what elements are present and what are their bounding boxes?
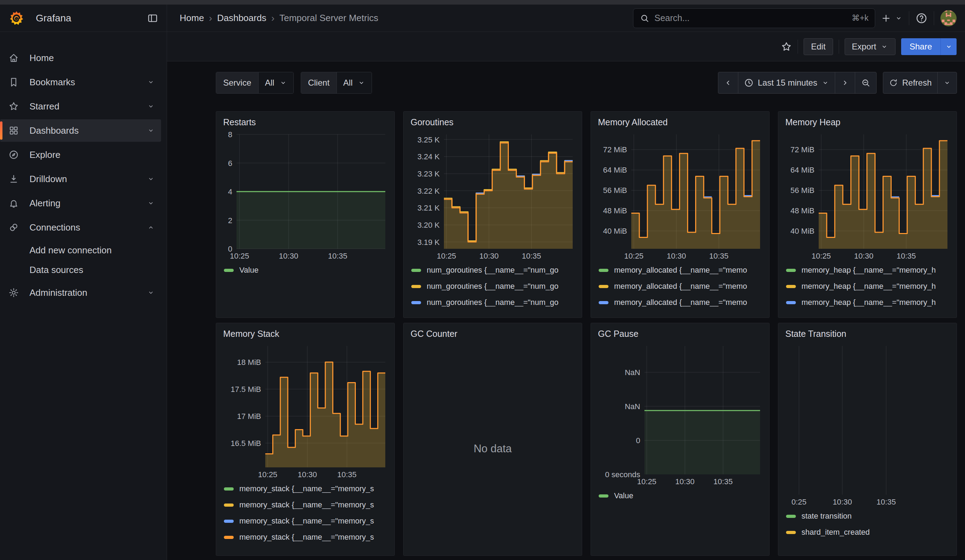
svg-text:NaN: NaN: [625, 402, 640, 411]
chevron-down-icon[interactable]: [147, 103, 155, 110]
gear-icon: [8, 287, 19, 298]
add-icon[interactable]: [881, 13, 891, 23]
panel-title[interactable]: GC Pause: [591, 323, 769, 342]
sidebar-item-explore[interactable]: Explore: [0, 144, 161, 166]
svg-text:10:30: 10:30: [279, 251, 298, 260]
legend-item[interactable]: memory_allocated {__name__="memo: [599, 310, 762, 314]
time-back-button[interactable]: [718, 72, 738, 93]
help-icon[interactable]: [916, 12, 927, 24]
sidebar-item-connections[interactable]: Connections: [0, 216, 161, 238]
edit-button[interactable]: Edit: [803, 38, 833, 55]
sidebar-item-drilldown[interactable]: Drilldown: [0, 168, 161, 190]
bookmark-icon: [8, 77, 19, 87]
time-range-picker[interactable]: Last 15 minutes: [738, 72, 835, 93]
chevron-down-icon[interactable]: [147, 175, 155, 183]
legend-label: memory_heap {__name__="memory_h: [801, 282, 936, 291]
header-actions: [881, 10, 957, 26]
export-button[interactable]: Export: [845, 38, 896, 55]
panel-title[interactable]: Memory Allocated: [591, 112, 769, 130]
sidebar-item-data-sources[interactable]: Data sources: [0, 260, 167, 280]
search-input[interactable]: [654, 13, 847, 23]
legend-item[interactable]: num_goroutines {__name__="num_go: [411, 262, 574, 278]
legend-swatch: [599, 301, 608, 304]
legend-item[interactable]: shard_item_created: [786, 524, 949, 540]
sidebar-item-starred[interactable]: Starred: [0, 95, 161, 118]
legend-item[interactable]: memory_heap {__name__="memory_h: [786, 262, 949, 278]
svg-text:2: 2: [228, 216, 232, 225]
legend-swatch: [224, 487, 234, 491]
panel-title[interactable]: GC Counter: [404, 323, 582, 342]
app-name: Grafana: [36, 13, 71, 24]
share-button[interactable]: Share: [901, 38, 940, 55]
legend-item[interactable]: num_goroutines {__name__="num_go: [411, 294, 574, 310]
sidebar-item-label: Bookmarks: [29, 77, 136, 88]
panel-title[interactable]: Memory Heap: [778, 112, 957, 130]
chart-flat-line-frac[interactable]: 10:2510:3010:35NaNNaN00 seconds: [598, 342, 763, 486]
legend-item[interactable]: Value: [599, 488, 762, 504]
star-icon: [8, 101, 19, 112]
legend-item[interactable]: memory_heap {__name__="memory_h: [786, 310, 949, 314]
panel-title[interactable]: State Transition: [778, 323, 957, 342]
chart-area-steps[interactable]: 10:2510:3010:3540 MiB48 MiB56 MiB64 MiB7…: [785, 130, 950, 261]
legend-item[interactable]: memory_heap {__name__="memory_h: [786, 278, 949, 294]
sidebar-toggle-icon[interactable]: [147, 13, 158, 24]
sidebar-item-administration[interactable]: Administration: [0, 281, 161, 304]
panel-title[interactable]: Restarts: [216, 112, 394, 130]
legend-label: memory_stack {__name__="memory_s: [239, 484, 374, 493]
chart-area-steps[interactable]: 10:2510:3010:3540 MiB48 MiB56 MiB64 MiB7…: [598, 130, 763, 261]
breadcrumb-home[interactable]: Home: [180, 13, 204, 23]
clock-icon: [744, 78, 754, 88]
chevron-down-icon: [943, 79, 951, 87]
legend-item[interactable]: memory_stack {__name__="memory_s: [224, 497, 387, 513]
chevron-down-icon[interactable]: [147, 289, 155, 297]
legend-item[interactable]: Value: [224, 262, 387, 278]
bell-icon: [8, 198, 19, 208]
chevron-down-icon[interactable]: [147, 199, 155, 207]
panel-memory-allocated: Memory Allocated10:2510:3010:3540 MiB48 …: [590, 111, 770, 318]
sidebar-item-add-new-connection[interactable]: Add new connection: [0, 240, 167, 260]
chevron-right-icon: [841, 78, 849, 87]
legend-item[interactable]: num_goroutines {__name__="num_go: [411, 310, 574, 314]
chart-area-steps[interactable]: 10:2510:3010:3502468: [223, 130, 388, 261]
variable-value-dropdown[interactable]: All: [258, 72, 293, 93]
sidebar-item-home[interactable]: Home: [0, 47, 161, 69]
search-input-box[interactable]: ⌘+k: [633, 8, 875, 28]
chart-empty-grid[interactable]: 0:2510:3010:35: [785, 342, 950, 507]
sidebar-item-dashboards[interactable]: Dashboards: [0, 119, 161, 142]
panel-title[interactable]: Goroutines: [404, 112, 582, 130]
legend-item[interactable]: num_goroutines {__name__="num_go: [411, 278, 574, 294]
sidebar-item-bookmarks[interactable]: Bookmarks: [0, 71, 161, 93]
legend-item[interactable]: memory_allocated {__name__="memo: [599, 294, 762, 310]
legend-item[interactable]: memory_heap {__name__="memory_h: [786, 294, 949, 310]
share-chevron-button[interactable]: [940, 38, 957, 55]
refresh-interval-chevron[interactable]: [937, 72, 957, 93]
refresh-button[interactable]: Refresh: [883, 72, 937, 93]
sidebar-item-alerting[interactable]: Alerting: [0, 192, 161, 214]
chevron-down-icon[interactable]: [147, 78, 155, 86]
svg-text:56 MiB: 56 MiB: [791, 186, 815, 195]
svg-text:3.25 K: 3.25 K: [417, 136, 440, 144]
avatar[interactable]: [940, 10, 957, 26]
zoom-out-button[interactable]: [855, 72, 876, 93]
star-dashboard-icon[interactable]: [781, 41, 792, 52]
chart-area-steps[interactable]: 10:2510:3010:353.19 K3.20 K3.21 K3.22 K3…: [411, 130, 576, 261]
time-forward-button[interactable]: [835, 72, 855, 93]
legend-label: memory_allocated {__name__="memo: [614, 298, 747, 307]
chevron-down-icon[interactable]: [147, 127, 155, 134]
legend-item[interactable]: memory_stack {__name__="memory_s: [224, 529, 387, 545]
legend-item[interactable]: memory_stack {__name__="memory_s: [224, 513, 387, 529]
legend-item[interactable]: memory_allocated {__name__="memo: [599, 278, 762, 294]
variable-value-dropdown[interactable]: All: [337, 72, 371, 93]
legend-item[interactable]: memory_stack {__name__="memory_s: [224, 481, 387, 497]
dashboard-area: ServiceAllClientAll Last 15 minutes: [167, 61, 965, 560]
chart-area-steps[interactable]: 10:2510:3010:3516.5 MiB17 MiB17.5 MiB18 …: [223, 342, 388, 479]
legend-label: num_goroutines {__name__="num_go: [427, 298, 558, 307]
panel-title[interactable]: Memory Stack: [216, 323, 394, 342]
add-chevron-down-icon[interactable]: [895, 15, 903, 22]
legend-swatch: [411, 301, 421, 304]
chevron-up-icon[interactable]: [147, 224, 155, 231]
svg-text:3.20 K: 3.20 K: [417, 221, 440, 230]
legend-item[interactable]: state transition: [786, 508, 949, 524]
legend-item[interactable]: memory_allocated {__name__="memo: [599, 262, 762, 278]
breadcrumb-dashboards[interactable]: Dashboards: [217, 13, 267, 23]
